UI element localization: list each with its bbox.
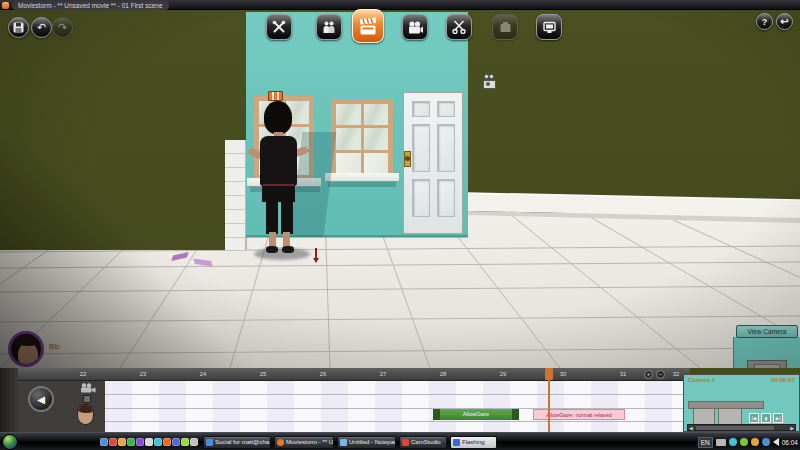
task-label: Moviestorm - ** Un... — [286, 439, 334, 445]
view-camera-button[interactable]: View Camera — [736, 325, 798, 338]
quick-launch-icon[interactable] — [109, 438, 117, 446]
quick-launch-icon[interactable] — [127, 438, 135, 446]
quick-launch-icon[interactable] — [118, 438, 126, 446]
monitor-camera-label: Camera 1 — [688, 377, 715, 383]
ruler-tick: 31 — [613, 371, 633, 377]
taskbar-button-camstudio[interactable]: CamStudio — [399, 436, 447, 449]
ruler-tick: 28 — [433, 371, 453, 377]
task-icon — [453, 439, 460, 446]
taskbar-button-notepad[interactable]: Untitled - Notepad — [337, 436, 396, 449]
skip-end-button[interactable]: ▶| — [773, 413, 783, 423]
tray-icon[interactable] — [751, 438, 759, 446]
set-workshop-icon — [272, 20, 286, 34]
character[interactable] — [246, 90, 316, 260]
taskbar-button-moviestorm[interactable]: Moviestorm - ** Un... — [274, 436, 334, 449]
skip-start-icon: |◀ — [752, 416, 757, 421]
skip-end-icon: ▶| — [776, 416, 781, 421]
collapse-icon: ◀ — [37, 394, 45, 405]
pause-button[interactable]: ▮ — [761, 413, 771, 423]
redo-icon: ↷ — [58, 21, 67, 34]
dressing-room-icon — [322, 21, 336, 34]
ruler-tick: 30 — [553, 371, 573, 377]
timeline-clip-normal-relaxed[interactable]: AllowGaze: normal relaxed — [533, 409, 625, 420]
quick-launch-icon[interactable] — [190, 438, 198, 446]
character-leg-right — [281, 194, 293, 234]
clip-label: AllowGaze — [463, 411, 489, 417]
scroll-right-icon[interactable]: ▶ — [790, 425, 794, 431]
publish-icon — [543, 21, 556, 34]
quick-launch-icon[interactable] — [145, 438, 153, 446]
window-right[interactable] — [331, 99, 393, 179]
quick-launch-icon[interactable] — [136, 438, 144, 446]
character-calf-left — [269, 232, 276, 247]
help-button[interactable]: ? — [756, 13, 773, 30]
undo-button[interactable]: ↶ — [31, 17, 52, 38]
clapboard-building — [225, 140, 247, 250]
timeline-collapse-button[interactable]: ◀ — [28, 386, 54, 412]
keyboard-icon[interactable] — [716, 439, 726, 446]
window-right-sill — [325, 173, 399, 182]
taskbar-clock[interactable]: 06:04 — [782, 439, 798, 446]
save-button[interactable] — [8, 17, 29, 38]
monitor-scrollbar[interactable]: ◀ ▶ — [687, 424, 796, 431]
taskbar-button-social[interactable]: Social for matt@cha... — [203, 436, 271, 449]
timeline-zoom-out-button[interactable]: − — [656, 370, 665, 379]
window-pane — [364, 104, 389, 125]
tray-icon[interactable] — [762, 438, 770, 446]
tray-icon[interactable] — [729, 438, 737, 446]
window-title: Moviestorm - ** Unsaved movie ** - 01 Fi… — [12, 1, 169, 10]
timeline-zoom-in-button[interactable]: + — [644, 370, 653, 379]
playhead[interactable] — [548, 368, 550, 432]
props-button — [492, 14, 518, 40]
quick-launch-icon[interactable] — [100, 438, 108, 446]
clip-label: AllowGaze: normal relaxed — [546, 412, 612, 418]
scene-viewport[interactable]: View Camera Bb — [0, 10, 800, 368]
ruler-tick: 25 — [253, 371, 273, 377]
directors-chair-icon — [359, 17, 377, 35]
task-label: Untitled - Notepad — [349, 439, 396, 445]
quick-launch-icon[interactable] — [154, 438, 162, 446]
camera-gizmo[interactable] — [482, 74, 498, 92]
language-indicator[interactable]: EN — [698, 437, 713, 448]
character-shoe-left — [266, 246, 278, 253]
publish-button[interactable] — [536, 14, 562, 40]
track-avatar-hair — [77, 404, 94, 413]
dressing-room-button[interactable] — [316, 14, 342, 40]
directors-chair-button[interactable] — [352, 9, 384, 43]
character-hair — [264, 101, 292, 134]
quick-launch-icon[interactable] — [163, 438, 171, 446]
scrollbar-thumb[interactable] — [696, 426, 774, 430]
taskbar-button-flashing[interactable]: Flashing — [450, 436, 497, 449]
character-leg-left — [266, 194, 278, 234]
timeline-ruler[interactable]: 22 23 24 25 26 27 28 29 30 31 32 — [18, 368, 690, 381]
scroll-left-icon[interactable]: ◀ — [689, 425, 693, 431]
timeline-clip-allowgaze[interactable]: AllowGaze — [433, 409, 519, 420]
character-avatar[interactable] — [8, 331, 44, 367]
cutting-room-button[interactable] — [446, 14, 472, 40]
camera-view-button[interactable] — [402, 14, 428, 40]
start-button[interactable] — [2, 434, 18, 450]
camera-track-icon[interactable] — [80, 383, 96, 393]
redo-button: ↷ — [52, 17, 73, 38]
app-icon — [2, 2, 9, 9]
window-pane — [364, 153, 389, 174]
skip-start-button[interactable]: |◀ — [749, 413, 759, 423]
tray-icon-antivirus[interactable] — [740, 438, 748, 446]
quick-launch-icon[interactable] — [181, 438, 189, 446]
door[interactable] — [403, 92, 463, 234]
character-track-icon[interactable] — [77, 404, 94, 425]
props-icon — [499, 21, 512, 34]
timeline-tracks[interactable]: AllowGaze AllowGaze: normal relaxed — [105, 381, 690, 432]
exit-button[interactable]: ↩ — [776, 13, 793, 30]
window-pane — [336, 128, 361, 149]
gizmo-arrow[interactable] — [313, 248, 319, 264]
set-workshop-button[interactable] — [266, 14, 292, 40]
volume-icon[interactable] — [773, 438, 779, 446]
title-bar: Moviestorm - ** Unsaved movie ** - 01 Fi… — [0, 0, 800, 10]
door-knob — [405, 156, 410, 161]
task-icon — [402, 439, 409, 446]
quick-launch-icon[interactable] — [172, 438, 180, 446]
mood-track-icon[interactable] — [83, 395, 91, 403]
character-calf-right — [283, 232, 290, 247]
pause-icon: ▮ — [765, 416, 767, 421]
